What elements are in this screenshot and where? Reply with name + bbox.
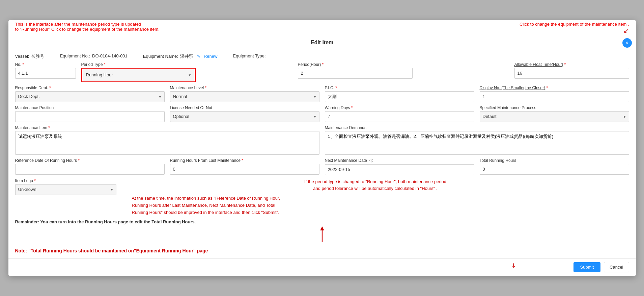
reference-date-label: Reference Date Of Running Hours xyxy=(15,158,77,163)
modal-footer: ↘ Submit Cancel xyxy=(8,258,636,276)
period-type-box: Running Hour Calendar One Time xyxy=(81,68,196,82)
annotation-top-right: Click to change the equipment of the mai… xyxy=(520,22,629,27)
vessel-value: 长胜号 xyxy=(31,53,44,59)
edit-icon[interactable]: ✎ xyxy=(197,54,200,59)
annotation-line2: to "Running Hour" Click to change the eq… xyxy=(15,27,160,32)
maintenance-level-select[interactable]: Normal Critical Minor xyxy=(170,91,319,102)
top-right-annotation: Click to change the equipment of the mai… xyxy=(520,22,629,35)
display-no-group: Display No. (The Smaller,the Closer) * xyxy=(480,85,629,102)
vessel-label: Vessel: xyxy=(15,54,29,59)
allowable-float-group: Allowable Float Time(Hour) * xyxy=(514,62,629,79)
arrow-submit-icon: ↘ xyxy=(509,261,518,270)
specified-maintenance-select-wrapper: Default Custom xyxy=(480,111,629,122)
license-needed-select[interactable]: Optional Required Not Required xyxy=(170,111,319,122)
maintenance-position-input[interactable] xyxy=(15,111,165,122)
annotation-block2-line3: Running Hours" should be improved in the… xyxy=(132,210,279,215)
maintenance-item-textarea[interactable]: 试运转液压油泵及系统 xyxy=(15,131,319,155)
equipment-no-value: DO-0104-140-001 xyxy=(92,53,128,58)
annotation-block2-line1: At the same time, the information such a… xyxy=(132,196,280,201)
equipment-no-info: Equipment No.: DO-0104-140-001 xyxy=(60,53,127,58)
period-type-label: Period Type xyxy=(81,62,103,67)
next-maintenance-input[interactable] xyxy=(325,164,474,175)
allowable-float-label: Allowable Float Time(Hour) xyxy=(514,62,563,67)
period-type-select-wrapper: Running Hour Calendar One Time xyxy=(83,70,194,80)
equipment-no-label: Equipment No.: xyxy=(60,53,90,58)
total-running-group: Total Running Hours xyxy=(480,158,629,175)
maintenance-level-select-wrapper: Normal Critical Minor xyxy=(170,91,319,102)
arrow-up-container xyxy=(15,226,629,243)
equipment-type-info: Equipment Type: xyxy=(233,53,268,58)
reference-date-group: Reference Date Of Running Hours * xyxy=(15,158,165,175)
total-running-label: Total Running Hours xyxy=(480,158,516,163)
svg-marker-1 xyxy=(320,226,324,230)
maintenance-demands-textarea[interactable]: 1、全面检查液压油泵外观、油管是否漏油。2、压缩空气吹扫查漏并记录泄漏量及种类(… xyxy=(325,131,629,155)
item-logo-select-wrapper: Unknown Known xyxy=(15,184,116,195)
maintenance-level-group: Maintenance Level * Normal Critical Mino… xyxy=(170,85,319,102)
no-group: No. * xyxy=(15,62,76,79)
maintenance-demands-group: Maintenance Demands 1、全面检查液压油泵外观、油管是否漏油。… xyxy=(325,125,629,155)
running-hours-label: Running Hours From Last Maintenance xyxy=(170,158,241,163)
equipment-name-info: Equipment Name: 深井泵 ✎ Renew xyxy=(143,53,218,59)
license-needed-select-wrapper: Optional Required Not Required xyxy=(170,111,319,122)
period-type-group: Period Type * Running Hour Calendar One … xyxy=(81,62,196,82)
item-logo-label: Item Logo xyxy=(15,178,33,183)
license-needed-label: License Needed Or Not xyxy=(170,105,212,110)
reminder-content: Remainder: You can turn into the Running… xyxy=(15,219,196,224)
annotation-block2-line2: Running Hours after Last Maintenance, Ne… xyxy=(132,203,275,208)
specified-maintenance-select[interactable]: Default Custom xyxy=(480,111,629,122)
equipment-type-label: Equipment Type: xyxy=(233,53,265,58)
allowable-float-input[interactable] xyxy=(514,68,629,79)
next-maintenance-group: Next Maintenance Date ⓘ xyxy=(325,158,474,175)
no-label: No. xyxy=(15,62,22,67)
no-input[interactable] xyxy=(15,68,76,79)
annotation-line1: This is the interface after the maintena… xyxy=(15,22,141,27)
annotation-block1-line1: If the period type is changed to "Runnin… xyxy=(304,179,446,184)
renew-link[interactable]: Renew xyxy=(204,54,217,59)
period-type-select[interactable]: Running Hour Calendar One Time xyxy=(83,70,194,80)
vessel-info: Vessel: 长胜号 xyxy=(15,53,45,59)
period-hour-input[interactable] xyxy=(298,68,413,79)
pic-label: P.I.C. xyxy=(325,85,334,90)
reminder-text: Remainder: You can turn into the Running… xyxy=(15,219,629,224)
total-running-input[interactable] xyxy=(480,164,629,175)
cancel-button[interactable]: Cancel xyxy=(604,262,629,272)
maintenance-level-label: Maintenance Level xyxy=(170,85,204,90)
specified-maintenance-label: Specified Maintenance Process xyxy=(480,105,536,110)
item-logo-select[interactable]: Unknown Known xyxy=(15,184,116,195)
responsible-dept-select-wrapper: Deck Dept. Engine Dept. xyxy=(15,91,165,102)
modal-title: Edit Item xyxy=(311,40,334,45)
close-button[interactable]: × xyxy=(622,38,632,48)
maintenance-position-group: Maintenance Position xyxy=(15,105,165,122)
maintenance-item-group: Maintenance Item * 试运转液压油泵及系统 xyxy=(15,125,319,155)
display-no-label: Display No. (The Smaller,the Closer) xyxy=(480,85,545,90)
specified-maintenance-group: Specified Maintenance Process Default Cu… xyxy=(480,105,629,122)
reference-date-input[interactable] xyxy=(15,164,165,175)
warning-days-group: Warning Days * xyxy=(325,105,474,122)
annotation-block1-line2: and period tolerance will be automatical… xyxy=(313,186,437,191)
item-logo-group: Item Logo * Unknown Known xyxy=(15,178,116,195)
right-annotation-block: If the period type is changed to "Runnin… xyxy=(122,178,629,216)
maintenance-position-label: Maintenance Position xyxy=(15,105,54,110)
submit-button[interactable]: Submit xyxy=(573,262,600,272)
responsible-dept-group: Responsible Dept. * Deck Dept. Engine De… xyxy=(15,85,165,102)
note-section: Note: "Total Running Hours should be mai… xyxy=(15,245,629,255)
warning-days-label: Warning Days xyxy=(325,105,350,110)
responsible-dept-label: Responsible Dept. xyxy=(15,85,48,90)
maintenance-demands-label: Maintenance Demands xyxy=(325,125,366,130)
pic-input[interactable] xyxy=(325,91,474,102)
reminder-section: Remainder: You can turn into the Running… xyxy=(15,219,629,243)
display-no-input[interactable] xyxy=(480,91,629,102)
arrow-up-icon xyxy=(317,226,327,243)
period-hour-group: Period(Hour) * xyxy=(298,62,413,79)
pic-group: P.I.C. * xyxy=(325,85,474,102)
license-needed-group: License Needed Or Not Optional Required … xyxy=(170,105,319,122)
running-hours-input[interactable] xyxy=(170,164,319,175)
modal-header: Edit Item × xyxy=(8,35,636,50)
responsible-dept-select[interactable]: Deck Dept. Engine Dept. xyxy=(15,91,165,102)
period-hour-label: Period(Hour) xyxy=(298,62,321,67)
top-left-annotation: This is the interface after the maintena… xyxy=(15,22,160,35)
equipment-name-label: Equipment Name: xyxy=(143,54,178,59)
note-text: Note: "Total Running Hours should be mai… xyxy=(15,248,629,253)
warning-days-input[interactable] xyxy=(325,111,474,122)
running-hours-group: Running Hours From Last Maintenance * xyxy=(170,158,319,175)
